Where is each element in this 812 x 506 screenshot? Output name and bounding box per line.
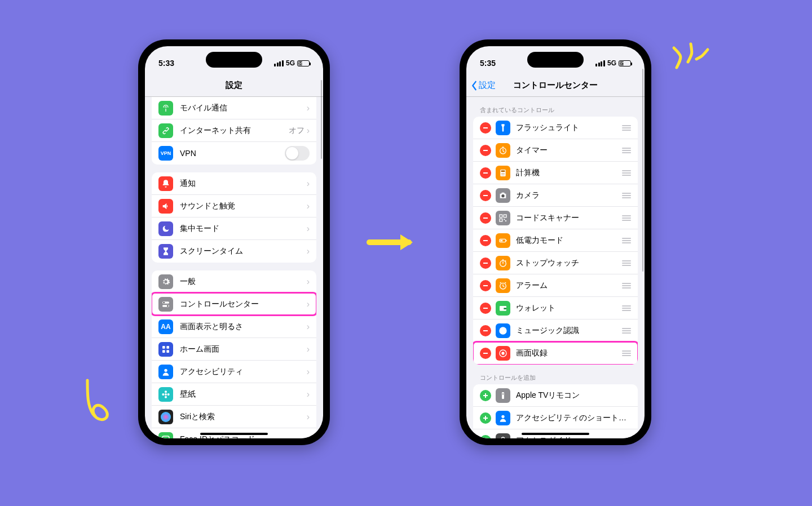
settings-list[interactable]: モバイル通信 › インターネット共有 オフ › VPN VPN 通知 › サウン… (145, 97, 323, 438)
chevron-right-icon: › (307, 103, 310, 113)
gear-icon (158, 274, 173, 289)
svg-rect-56 (483, 395, 488, 396)
svg-rect-6 (162, 350, 165, 353)
network-label: 5G (607, 59, 616, 67)
drag-handle-icon[interactable] (622, 170, 631, 176)
toggle-switch[interactable] (285, 146, 310, 161)
settings-row[interactable]: 集中モード › (152, 218, 316, 240)
drag-handle-icon[interactable] (622, 350, 631, 356)
settings-row[interactable]: AA 画面表示と明るさ › (152, 316, 316, 338)
chevron-right-icon: › (307, 322, 310, 332)
svg-point-8 (164, 369, 167, 371)
row-label: 通知 (180, 179, 307, 189)
settings-row[interactable]: Siriと検索 › (152, 406, 316, 428)
settings-row[interactable]: VPN VPN (152, 142, 316, 165)
settings-row[interactable]: 壁紙 › (152, 383, 316, 406)
control-item: ミュージック認識 (473, 319, 638, 342)
drag-handle-icon[interactable] (622, 193, 631, 198)
bell-icon (158, 176, 173, 191)
remove-button[interactable] (480, 348, 491, 359)
person-icon (496, 411, 510, 425)
remove-button[interactable] (480, 325, 491, 336)
network-label: 5G (286, 59, 295, 67)
remove-button[interactable] (480, 122, 491, 134)
remove-button[interactable] (480, 167, 491, 179)
control-label: アクセシビリティのショートカ… (516, 413, 631, 423)
remove-button[interactable] (480, 235, 491, 246)
drag-handle-icon[interactable] (622, 215, 631, 221)
drag-handle-icon[interactable] (622, 238, 631, 243)
svg-point-12 (162, 393, 164, 396)
wallet-icon (496, 301, 510, 316)
add-button[interactable] (480, 412, 491, 424)
control-item: アラーム (473, 274, 638, 297)
settings-row[interactable]: スクリーンタイム › (152, 240, 316, 263)
chevron-right-icon: › (307, 434, 310, 438)
home-indicator[interactable] (522, 433, 589, 435)
svg-point-2 (163, 301, 165, 303)
svg-rect-50 (483, 330, 488, 331)
remove-button[interactable] (480, 280, 491, 291)
control-label: アラーム (516, 281, 622, 291)
timer-icon (496, 143, 510, 158)
status-time: 5:33 (158, 59, 174, 68)
drag-handle-icon[interactable] (622, 305, 631, 311)
control-item: Apple TVリモコン (473, 384, 638, 407)
svg-point-54 (501, 352, 504, 354)
svg-rect-32 (483, 218, 488, 219)
notch (206, 52, 262, 68)
home-indicator[interactable] (200, 433, 268, 435)
record-icon (496, 346, 510, 361)
signal-icon (274, 60, 284, 66)
settings-row[interactable]: インターネット共有 オフ › (152, 119, 316, 142)
remove-button[interactable] (480, 145, 491, 156)
svg-rect-49 (504, 308, 506, 309)
remove-button[interactable] (480, 212, 491, 224)
section-header-included: 含まれているコントロール (480, 106, 631, 114)
control-label: 低電力モード (516, 236, 622, 246)
drag-handle-icon[interactable] (622, 328, 631, 334)
svg-rect-37 (505, 220, 506, 221)
back-button[interactable]: 設定 (471, 80, 496, 91)
svg-point-25 (502, 173, 503, 174)
control-label: フラッシュライト (516, 123, 622, 133)
settings-row[interactable]: モバイル通信 › (152, 97, 316, 119)
row-label: 壁紙 (180, 389, 307, 400)
svg-rect-23 (501, 170, 505, 172)
add-button[interactable] (480, 435, 491, 438)
row-label: サウンドと触覚 (180, 201, 307, 211)
settings-row[interactable]: ホーム画面 › (152, 338, 316, 361)
person-icon (158, 365, 173, 379)
antenna-icon (158, 101, 173, 116)
row-label: Siriと検索 (180, 412, 307, 422)
drag-handle-icon[interactable] (622, 260, 631, 266)
drag-handle-icon[interactable] (622, 148, 631, 153)
svg-point-24 (501, 173, 502, 174)
control-center-list[interactable]: 含まれているコントロール フラッシュライト タイマー 計算機 カメラ コードスキ… (466, 97, 645, 438)
signal-icon (595, 60, 605, 66)
row-label: 画面表示と明るさ (180, 322, 307, 332)
svg-rect-7 (166, 350, 169, 353)
chevron-left-icon (471, 81, 478, 91)
settings-row[interactable]: アクセシビリティ › (152, 361, 316, 383)
add-button[interactable] (480, 390, 491, 401)
row-label: コントロールセンター (180, 299, 307, 309)
svg-rect-42 (483, 263, 488, 264)
drag-handle-icon[interactable] (622, 283, 631, 288)
chevron-right-icon: › (307, 389, 310, 400)
control-label: アクセスガイド (516, 436, 631, 438)
drag-handle-icon[interactable] (622, 125, 631, 131)
settings-row[interactable]: 一般 › (152, 270, 316, 293)
svg-point-3 (167, 305, 169, 307)
control-label: Apple TVリモコン (516, 390, 631, 401)
remove-button[interactable] (480, 190, 491, 201)
link-icon (158, 123, 173, 138)
remove-button[interactable] (480, 303, 491, 314)
alarm-icon (496, 278, 510, 293)
settings-row[interactable]: サウンドと触覚 › (152, 195, 316, 218)
hourglass-icon (158, 244, 173, 259)
settings-group: モバイル通信 › インターネット共有 オフ › VPN VPN (152, 97, 316, 165)
remove-button[interactable] (480, 258, 491, 269)
settings-row[interactable]: 通知 › (152, 172, 316, 195)
settings-row[interactable]: コントロールセンター › (152, 293, 316, 316)
